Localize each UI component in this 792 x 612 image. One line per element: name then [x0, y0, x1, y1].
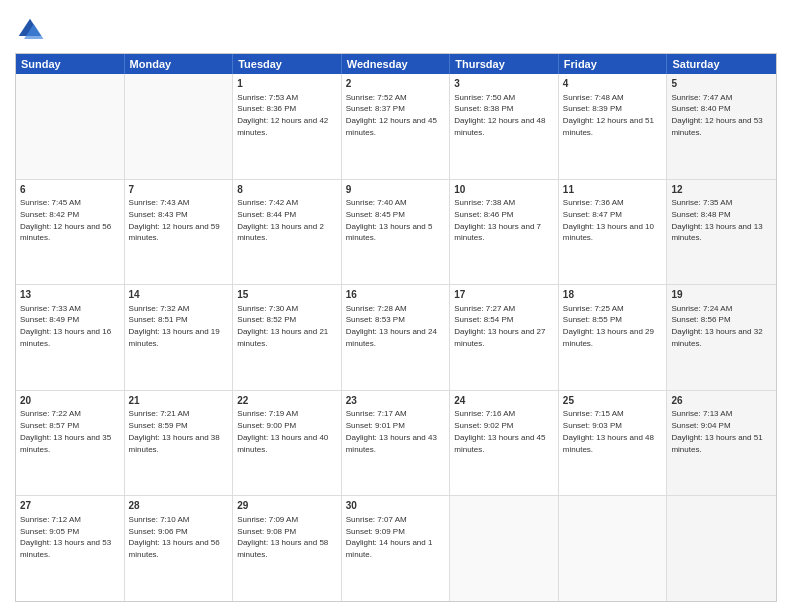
- day-number: 10: [454, 183, 554, 197]
- header-day-friday: Friday: [559, 54, 668, 74]
- day-cell-25: 25Sunrise: 7:15 AMSunset: 9:03 PMDayligh…: [559, 391, 668, 496]
- day-cell-27: 27Sunrise: 7:12 AMSunset: 9:05 PMDayligh…: [16, 496, 125, 601]
- day-number: 20: [20, 394, 120, 408]
- day-number: 13: [20, 288, 120, 302]
- sun-info: Sunrise: 7:07 AMSunset: 9:09 PMDaylight:…: [346, 515, 433, 559]
- day-cell-29: 29Sunrise: 7:09 AMSunset: 9:08 PMDayligh…: [233, 496, 342, 601]
- day-number: 16: [346, 288, 446, 302]
- header-day-tuesday: Tuesday: [233, 54, 342, 74]
- sun-info: Sunrise: 7:17 AMSunset: 9:01 PMDaylight:…: [346, 409, 437, 453]
- empty-cell: [559, 496, 668, 601]
- day-number: 4: [563, 77, 663, 91]
- sun-info: Sunrise: 7:36 AMSunset: 8:47 PMDaylight:…: [563, 198, 654, 242]
- calendar-body: 1Sunrise: 7:53 AMSunset: 8:36 PMDaylight…: [16, 74, 776, 601]
- sun-info: Sunrise: 7:13 AMSunset: 9:04 PMDaylight:…: [671, 409, 762, 453]
- sun-info: Sunrise: 7:27 AMSunset: 8:54 PMDaylight:…: [454, 304, 545, 348]
- day-cell-9: 9Sunrise: 7:40 AMSunset: 8:45 PMDaylight…: [342, 180, 451, 285]
- day-cell-11: 11Sunrise: 7:36 AMSunset: 8:47 PMDayligh…: [559, 180, 668, 285]
- header-day-sunday: Sunday: [16, 54, 125, 74]
- sun-info: Sunrise: 7:40 AMSunset: 8:45 PMDaylight:…: [346, 198, 433, 242]
- logo: [15, 15, 49, 45]
- header-day-saturday: Saturday: [667, 54, 776, 74]
- sun-info: Sunrise: 7:15 AMSunset: 9:03 PMDaylight:…: [563, 409, 654, 453]
- day-number: 1: [237, 77, 337, 91]
- day-cell-17: 17Sunrise: 7:27 AMSunset: 8:54 PMDayligh…: [450, 285, 559, 390]
- day-number: 18: [563, 288, 663, 302]
- day-number: 6: [20, 183, 120, 197]
- day-number: 2: [346, 77, 446, 91]
- sun-info: Sunrise: 7:38 AMSunset: 8:46 PMDaylight:…: [454, 198, 541, 242]
- day-cell-23: 23Sunrise: 7:17 AMSunset: 9:01 PMDayligh…: [342, 391, 451, 496]
- sun-info: Sunrise: 7:47 AMSunset: 8:40 PMDaylight:…: [671, 93, 762, 137]
- day-number: 12: [671, 183, 772, 197]
- header-day-monday: Monday: [125, 54, 234, 74]
- day-cell-2: 2Sunrise: 7:52 AMSunset: 8:37 PMDaylight…: [342, 74, 451, 179]
- sun-info: Sunrise: 7:33 AMSunset: 8:49 PMDaylight:…: [20, 304, 111, 348]
- sun-info: Sunrise: 7:12 AMSunset: 9:05 PMDaylight:…: [20, 515, 111, 559]
- sun-info: Sunrise: 7:19 AMSunset: 9:00 PMDaylight:…: [237, 409, 328, 453]
- sun-info: Sunrise: 7:24 AMSunset: 8:56 PMDaylight:…: [671, 304, 762, 348]
- calendar-header: SundayMondayTuesdayWednesdayThursdayFrid…: [16, 54, 776, 74]
- day-number: 14: [129, 288, 229, 302]
- day-number: 19: [671, 288, 772, 302]
- day-cell-26: 26Sunrise: 7:13 AMSunset: 9:04 PMDayligh…: [667, 391, 776, 496]
- calendar-row-3: 13Sunrise: 7:33 AMSunset: 8:49 PMDayligh…: [16, 285, 776, 391]
- sun-info: Sunrise: 7:21 AMSunset: 8:59 PMDaylight:…: [129, 409, 220, 453]
- day-number: 25: [563, 394, 663, 408]
- calendar-row-4: 20Sunrise: 7:22 AMSunset: 8:57 PMDayligh…: [16, 391, 776, 497]
- empty-cell: [450, 496, 559, 601]
- sun-info: Sunrise: 7:32 AMSunset: 8:51 PMDaylight:…: [129, 304, 220, 348]
- day-cell-1: 1Sunrise: 7:53 AMSunset: 8:36 PMDaylight…: [233, 74, 342, 179]
- day-cell-18: 18Sunrise: 7:25 AMSunset: 8:55 PMDayligh…: [559, 285, 668, 390]
- day-cell-6: 6Sunrise: 7:45 AMSunset: 8:42 PMDaylight…: [16, 180, 125, 285]
- day-cell-3: 3Sunrise: 7:50 AMSunset: 8:38 PMDaylight…: [450, 74, 559, 179]
- day-number: 26: [671, 394, 772, 408]
- sun-info: Sunrise: 7:48 AMSunset: 8:39 PMDaylight:…: [563, 93, 654, 137]
- day-number: 24: [454, 394, 554, 408]
- day-number: 7: [129, 183, 229, 197]
- day-cell-22: 22Sunrise: 7:19 AMSunset: 9:00 PMDayligh…: [233, 391, 342, 496]
- day-cell-28: 28Sunrise: 7:10 AMSunset: 9:06 PMDayligh…: [125, 496, 234, 601]
- day-cell-8: 8Sunrise: 7:42 AMSunset: 8:44 PMDaylight…: [233, 180, 342, 285]
- sun-info: Sunrise: 7:35 AMSunset: 8:48 PMDaylight:…: [671, 198, 762, 242]
- sun-info: Sunrise: 7:43 AMSunset: 8:43 PMDaylight:…: [129, 198, 220, 242]
- day-cell-24: 24Sunrise: 7:16 AMSunset: 9:02 PMDayligh…: [450, 391, 559, 496]
- sun-info: Sunrise: 7:28 AMSunset: 8:53 PMDaylight:…: [346, 304, 437, 348]
- day-number: 30: [346, 499, 446, 513]
- day-number: 28: [129, 499, 229, 513]
- day-cell-20: 20Sunrise: 7:22 AMSunset: 8:57 PMDayligh…: [16, 391, 125, 496]
- day-cell-12: 12Sunrise: 7:35 AMSunset: 8:48 PMDayligh…: [667, 180, 776, 285]
- day-number: 11: [563, 183, 663, 197]
- sun-info: Sunrise: 7:52 AMSunset: 8:37 PMDaylight:…: [346, 93, 437, 137]
- day-cell-14: 14Sunrise: 7:32 AMSunset: 8:51 PMDayligh…: [125, 285, 234, 390]
- sun-info: Sunrise: 7:10 AMSunset: 9:06 PMDaylight:…: [129, 515, 220, 559]
- day-number: 22: [237, 394, 337, 408]
- day-number: 9: [346, 183, 446, 197]
- empty-cell: [125, 74, 234, 179]
- sun-info: Sunrise: 7:16 AMSunset: 9:02 PMDaylight:…: [454, 409, 545, 453]
- day-number: 23: [346, 394, 446, 408]
- calendar: SundayMondayTuesdayWednesdayThursdayFrid…: [15, 53, 777, 602]
- day-number: 15: [237, 288, 337, 302]
- header-day-wednesday: Wednesday: [342, 54, 451, 74]
- sun-info: Sunrise: 7:22 AMSunset: 8:57 PMDaylight:…: [20, 409, 111, 453]
- page-header: [15, 15, 777, 45]
- day-number: 27: [20, 499, 120, 513]
- day-number: 3: [454, 77, 554, 91]
- day-cell-15: 15Sunrise: 7:30 AMSunset: 8:52 PMDayligh…: [233, 285, 342, 390]
- sun-info: Sunrise: 7:50 AMSunset: 8:38 PMDaylight:…: [454, 93, 545, 137]
- day-number: 21: [129, 394, 229, 408]
- day-number: 17: [454, 288, 554, 302]
- sun-info: Sunrise: 7:42 AMSunset: 8:44 PMDaylight:…: [237, 198, 324, 242]
- day-number: 29: [237, 499, 337, 513]
- day-cell-5: 5Sunrise: 7:47 AMSunset: 8:40 PMDaylight…: [667, 74, 776, 179]
- calendar-row-1: 1Sunrise: 7:53 AMSunset: 8:36 PMDaylight…: [16, 74, 776, 180]
- calendar-row-2: 6Sunrise: 7:45 AMSunset: 8:42 PMDaylight…: [16, 180, 776, 286]
- day-cell-30: 30Sunrise: 7:07 AMSunset: 9:09 PMDayligh…: [342, 496, 451, 601]
- empty-cell: [16, 74, 125, 179]
- empty-cell: [667, 496, 776, 601]
- day-cell-4: 4Sunrise: 7:48 AMSunset: 8:39 PMDaylight…: [559, 74, 668, 179]
- header-day-thursday: Thursday: [450, 54, 559, 74]
- day-number: 5: [671, 77, 772, 91]
- day-cell-10: 10Sunrise: 7:38 AMSunset: 8:46 PMDayligh…: [450, 180, 559, 285]
